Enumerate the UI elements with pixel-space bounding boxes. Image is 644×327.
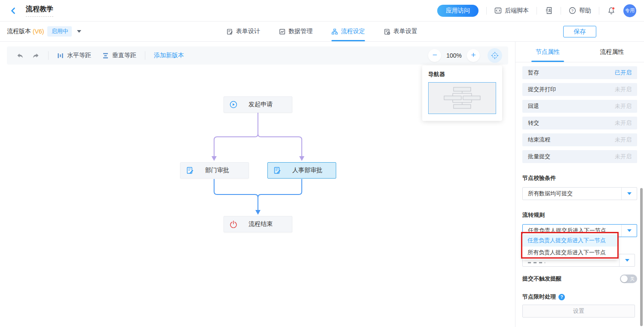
tab-flow-setting[interactable]: 流程设定 — [331, 22, 365, 41]
flow-node-dept-approval[interactable]: 部门审批 — [180, 162, 249, 179]
form-settings-icon — [384, 28, 390, 35]
horizontal-spacing-icon — [57, 52, 64, 59]
tab-data-management[interactable]: 数据管理 — [279, 22, 313, 41]
flow-node-end[interactable]: 流程结束 — [224, 216, 292, 232]
tab-flow-properties[interactable]: 流程属性 — [580, 42, 644, 62]
no-notify-row: 提交不触发提醒 关 — [522, 275, 637, 283]
node-label: 发起申请 — [248, 101, 273, 108]
chevron-down-icon — [625, 259, 629, 262]
canvas-toolbar: 水平等距 垂直等距 添加新版本 − 100% + — [7, 46, 508, 65]
tab-form-settings[interactable]: 表单设置 — [384, 22, 417, 41]
validation-label: 节点校验条件 — [522, 174, 637, 182]
tab-node-properties[interactable]: 节点属性 — [515, 42, 580, 62]
no-notify-toggle[interactable]: 关 — [620, 275, 637, 283]
zoom-out-button[interactable]: − — [428, 49, 441, 62]
form-design-icon — [227, 28, 233, 35]
navigator-minimap[interactable] — [428, 82, 496, 114]
flow-canvas[interactable]: 水平等距 垂直等距 添加新版本 − 100% + — [0, 42, 515, 327]
flow-node-start[interactable]: 发起申请 — [224, 96, 292, 113]
user-avatar[interactable]: 专用 — [623, 4, 636, 17]
row-value: 未开启 — [615, 119, 632, 127]
row-value: 未开启 — [615, 153, 632, 160]
horizontal-spacing-button[interactable]: 水平等距 — [57, 52, 91, 59]
node-label: 部门审批 — [205, 167, 229, 174]
app-access-button[interactable]: 应用访问 — [437, 5, 478, 17]
audit-log-icon — [545, 6, 553, 15]
version-bar: 流程版本 (V6) 启用中 表单设计 数据管理 — [0, 22, 644, 42]
row-label: 回退 — [528, 102, 539, 110]
vertical-scrollbar[interactable] — [640, 188, 643, 326]
undo-button[interactable] — [16, 52, 24, 59]
version-selector[interactable]: 流程版本 (V6) 启用中 — [7, 22, 81, 41]
divider — [486, 7, 487, 15]
back-button[interactable] — [9, 7, 17, 15]
navigator-title: 导航器 — [428, 71, 496, 78]
validation-select-value: 所有数据均可提交 — [523, 190, 621, 197]
notifications-button[interactable] — [607, 6, 616, 15]
row-label: 暂存 — [528, 69, 539, 77]
status-badge: 启用中 — [47, 26, 72, 37]
flow-setting-icon — [331, 28, 338, 35]
play-icon — [230, 101, 237, 108]
properties-panel: 节点属性 流程属性 暂存 已开启 提交并打印 未开启 回退 未开启 转交 未开启… — [515, 42, 644, 327]
row-value: 未开启 — [615, 86, 632, 93]
vertical-spacing-label: 垂直等距 — [112, 52, 136, 59]
flow-node-hr-approval[interactable]: 人事部审批 — [267, 162, 336, 179]
app-header: 流程教学 应用访问 后端脚本 — [0, 0, 644, 22]
undo-icon — [16, 52, 24, 59]
chevron-down-icon — [627, 192, 632, 195]
row-value: 未开启 — [615, 102, 632, 110]
row-value: 未开启 — [615, 136, 632, 144]
row-batch-submit[interactable]: 批量提交 未开启 — [522, 150, 637, 163]
select-caret-cell — [621, 188, 637, 200]
tab-label: 表单设计 — [236, 28, 260, 35]
clipped-text — [528, 262, 545, 263]
row-submit-print[interactable]: 提交并打印 未开启 — [522, 83, 637, 96]
page-title[interactable]: 流程教学 — [26, 5, 53, 17]
tab-form-design[interactable]: 表单设计 — [227, 22, 260, 41]
zoom-level: 100% — [446, 52, 462, 59]
row-rollback[interactable]: 回退 未开启 — [522, 100, 637, 113]
row-transfer[interactable]: 转交 未开启 — [522, 117, 637, 130]
select-caret-cell — [621, 225, 637, 237]
backend-script-label: 后端脚本 — [505, 7, 529, 15]
validation-select[interactable]: 所有数据均可提交 — [522, 187, 637, 200]
svg-text:?: ? — [571, 8, 573, 13]
dropdown-option-all-owners[interactable]: 所有负责人提交后进入下一节点 — [522, 247, 618, 259]
redo-button[interactable] — [32, 52, 40, 59]
version-label: 流程版本 — [7, 28, 31, 35]
tab-label: 数据管理 — [288, 28, 313, 35]
time-limit-settings-button[interactable]: 设置 — [522, 305, 635, 318]
save-button[interactable]: 保存 — [563, 26, 596, 37]
toggle-knob — [621, 275, 628, 282]
horizontal-spacing-label: 水平等距 — [67, 52, 91, 59]
question-circle-icon: ? — [569, 7, 576, 14]
zoom-in-button[interactable]: + — [467, 49, 480, 62]
row-end-flow[interactable]: 结束流程 未开启 — [522, 133, 637, 146]
data-management-icon — [279, 28, 285, 35]
vertical-spacing-button[interactable]: 垂直等距 — [102, 52, 136, 59]
row-label: 批量提交 — [528, 153, 550, 160]
switch-rows: 暂存 已开启 提交并打印 未开启 回退 未开启 转交 未开启 结束流程 未开启 … — [522, 66, 637, 163]
edit-doc-icon — [186, 167, 194, 174]
row-label: 结束流程 — [528, 136, 550, 144]
backend-script-button[interactable]: 后端脚本 — [494, 7, 529, 15]
help-circle-icon[interactable]: ? — [558, 294, 565, 300]
chevron-down-icon[interactable] — [77, 30, 81, 33]
row-save-draft[interactable]: 暂存 已开启 — [522, 66, 637, 79]
row-label: 转交 — [528, 119, 539, 127]
divider — [145, 51, 145, 60]
fit-view-button[interactable] — [488, 48, 502, 63]
properties-tabs: 节点属性 流程属性 — [515, 42, 644, 62]
time-limit-row: 节点限时处理 ? — [522, 293, 565, 301]
dropdown-option-any-owner[interactable]: 任意负责人提交后进入下一节点 — [522, 234, 618, 247]
divider — [537, 7, 537, 15]
help-button[interactable]: ? 帮助 — [569, 7, 591, 15]
version-tag: (V6) — [33, 28, 44, 35]
main-tabs: 表单设计 数据管理 流程设定 — [227, 22, 417, 41]
add-new-version-link[interactable]: 添加新版本 — [154, 52, 184, 59]
flow-rule-dropdown: 任意负责人提交后进入下一节点 所有负责人提交后进入下一节点 — [522, 234, 618, 259]
navigator-popup: 导航器 — [422, 65, 502, 121]
node-label: 人事部审批 — [292, 167, 322, 174]
audit-log-button[interactable] — [545, 6, 553, 15]
